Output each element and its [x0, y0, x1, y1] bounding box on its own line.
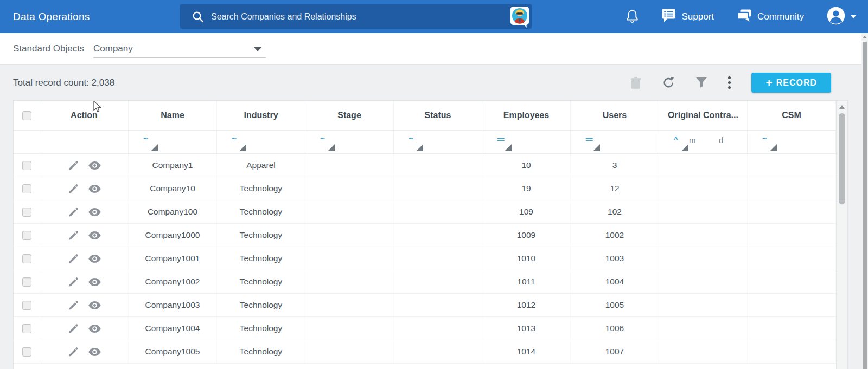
filter-corner-icon[interactable] — [328, 144, 335, 151]
trash-icon[interactable] — [630, 76, 642, 89]
action-cell — [40, 154, 129, 177]
eye-icon[interactable] — [88, 185, 101, 193]
filter-cell-original_contract[interactable]: ^md — [659, 131, 748, 153]
chat-double-icon — [737, 9, 752, 25]
row-checkbox[interactable] — [22, 254, 31, 263]
column-header-original_contract[interactable]: Original Contra... — [659, 101, 748, 130]
page-scrollbar[interactable] — [861, 33, 868, 369]
row-checkbox[interactable] — [22, 161, 31, 170]
cell-industry: Technology — [217, 177, 305, 200]
cell-stage — [305, 270, 394, 293]
kebab-icon[interactable] — [727, 76, 731, 89]
pencil-icon[interactable] — [68, 230, 79, 241]
column-header-users[interactable]: Users — [571, 101, 659, 130]
text-filter-operator-icon[interactable]: ~ — [320, 134, 325, 143]
account-menu[interactable] — [827, 7, 856, 27]
record-count: Total record count: 2,038 — [13, 65, 114, 100]
row-checkbox[interactable] — [22, 231, 31, 240]
pencil-icon[interactable] — [68, 276, 79, 288]
eye-icon[interactable] — [88, 325, 101, 333]
text-filter-operator-icon[interactable]: ~ — [762, 134, 767, 143]
pencil-icon[interactable] — [68, 183, 79, 195]
row-checkbox[interactable] — [22, 347, 31, 357]
column-header-action[interactable]: Action — [40, 101, 129, 130]
eye-icon[interactable] — [88, 348, 101, 356]
cell-employees: 1012 — [482, 294, 571, 316]
cell-status — [394, 270, 482, 293]
column-header-csm[interactable]: CSM — [748, 101, 836, 130]
filter-cell-status[interactable]: ~ — [394, 131, 482, 153]
cell-original-contract — [659, 247, 748, 270]
column-header-stage[interactable]: Stage — [305, 101, 394, 130]
add-record-button[interactable]: + RECORD — [751, 73, 831, 93]
filter-corner-icon[interactable] — [416, 144, 423, 151]
pencil-icon[interactable] — [68, 323, 79, 334]
row-checkbox-cell — [14, 247, 40, 270]
filter-corner-icon[interactable] — [770, 144, 777, 151]
date-filter-day[interactable]: d — [719, 136, 723, 144]
text-filter-operator-icon[interactable]: ~ — [143, 134, 148, 143]
pencil-icon[interactable] — [68, 346, 79, 358]
filter-cell-name[interactable]: ~ — [129, 131, 217, 153]
cell-employees: 1013 — [482, 317, 571, 340]
table-row: Company100 Technology 109 102 — [14, 200, 847, 224]
row-checkbox[interactable] — [22, 301, 31, 310]
row-checkbox[interactable] — [22, 277, 31, 287]
pencil-icon[interactable] — [68, 206, 79, 218]
cell-employees: 1014 — [482, 340, 571, 363]
table-scrollbar[interactable] — [836, 101, 847, 369]
row-checkbox-cell — [14, 224, 40, 247]
cell-status — [394, 340, 482, 363]
eye-icon[interactable] — [88, 301, 101, 309]
support-link[interactable]: Support — [661, 8, 714, 25]
row-checkbox[interactable] — [22, 184, 31, 193]
page-scrollbar-thumb[interactable] — [863, 42, 867, 369]
filter-cell-users[interactable]: == — [571, 131, 659, 153]
cell-original-contract — [659, 340, 748, 363]
date-filter-operator-icon[interactable]: ^ — [674, 135, 678, 143]
column-header-name[interactable]: Name — [129, 101, 217, 130]
eye-icon[interactable] — [88, 208, 101, 216]
filter-cell-employees[interactable]: == — [482, 131, 571, 153]
object-selector-row: Standard Objects Company — [0, 33, 868, 65]
filter-cell-csm[interactable]: ~ — [748, 131, 836, 153]
number-filter-operator-icon[interactable]: == — [497, 136, 504, 143]
pencil-icon[interactable] — [68, 253, 79, 264]
eye-icon[interactable] — [88, 255, 101, 263]
column-header-industry[interactable]: Industry — [217, 101, 305, 130]
column-header-status[interactable]: Status — [394, 101, 482, 130]
funnel-icon[interactable] — [695, 77, 707, 88]
date-filter-month[interactable]: m — [689, 136, 696, 144]
text-filter-operator-icon[interactable]: ~ — [232, 134, 237, 143]
search-input[interactable]: Search Companies and Relationships — [211, 12, 510, 22]
table-scrollbar-thumb[interactable] — [839, 113, 845, 204]
action-cell — [40, 270, 129, 293]
pencil-icon[interactable] — [68, 160, 79, 171]
object-select[interactable]: Company — [93, 40, 266, 58]
refresh-icon[interactable] — [662, 76, 675, 89]
filter-corner-icon[interactable] — [505, 144, 512, 151]
assistant-avatar-icon[interactable] — [510, 5, 529, 28]
filter-corner-icon[interactable] — [239, 144, 246, 151]
bell-icon[interactable] — [626, 9, 639, 24]
community-link[interactable]: Community — [737, 9, 804, 25]
pencil-icon[interactable] — [68, 300, 79, 311]
filter-corner-icon[interactable] — [593, 144, 600, 151]
number-filter-operator-icon[interactable]: == — [585, 136, 592, 143]
text-filter-operator-icon[interactable]: ~ — [409, 134, 413, 143]
filter-corner-icon[interactable] — [151, 144, 158, 151]
filter-cell-industry[interactable]: ~ — [217, 131, 305, 153]
eye-icon[interactable] — [88, 278, 101, 286]
cell-original-contract — [659, 317, 748, 340]
select-all-checkbox[interactable] — [22, 111, 31, 120]
column-header-employees[interactable]: Employees — [482, 101, 571, 130]
eye-icon[interactable] — [88, 161, 101, 170]
filter-corner-icon[interactable] — [681, 144, 688, 151]
row-checkbox[interactable] — [22, 208, 31, 217]
scroll-up-icon[interactable] — [839, 105, 845, 109]
eye-icon[interactable] — [88, 231, 101, 239]
scroll-up-icon[interactable] — [863, 36, 867, 38]
filter-cell-stage[interactable]: ~ — [305, 131, 394, 153]
row-checkbox[interactable] — [22, 324, 31, 333]
search-bar[interactable]: Search Companies and Relationships — [180, 4, 532, 29]
